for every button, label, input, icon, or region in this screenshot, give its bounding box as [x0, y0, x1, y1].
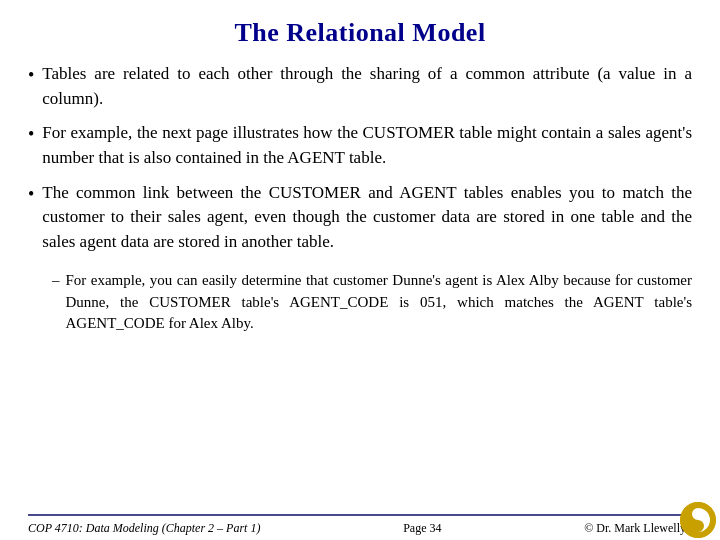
footer-right: © Dr. Mark Llewellyn	[584, 521, 692, 536]
footer-center: Page 34	[403, 521, 441, 536]
svg-point-1	[696, 512, 700, 516]
bullet-item-1: • Tables are related to each other throu…	[28, 62, 692, 111]
bullet-dot-3: •	[28, 182, 34, 207]
footer-logo	[680, 502, 716, 538]
footer: COP 4710: Data Modeling (Chapter 2 – Par…	[28, 514, 692, 540]
content-area: • Tables are related to each other throu…	[28, 62, 692, 514]
logo-svg	[680, 502, 716, 538]
bullet-text-3: The common link between the CUSTOMER and…	[42, 181, 692, 255]
sub-bullet-1: – For example, you can easily determine …	[52, 270, 692, 334]
bullet-text-2: For example, the next page illustrates h…	[42, 121, 692, 170]
bullet-item-2: • For example, the next page illustrates…	[28, 121, 692, 170]
bullet-item-3: • The common link between the CUSTOMER a…	[28, 181, 692, 255]
bullet-text-1: Tables are related to each other through…	[42, 62, 692, 111]
sub-bullet-dash: –	[52, 270, 60, 291]
bullet-dot-2: •	[28, 122, 34, 147]
slide-title: The Relational Model	[28, 18, 692, 48]
sub-bullet-text: For example, you can easily determine th…	[66, 270, 693, 334]
bullet-dot-1: •	[28, 63, 34, 88]
svg-point-2	[696, 524, 700, 528]
footer-left: COP 4710: Data Modeling (Chapter 2 – Par…	[28, 521, 260, 536]
slide-container: The Relational Model • Tables are relate…	[0, 0, 720, 540]
logo-circle	[680, 502, 716, 538]
